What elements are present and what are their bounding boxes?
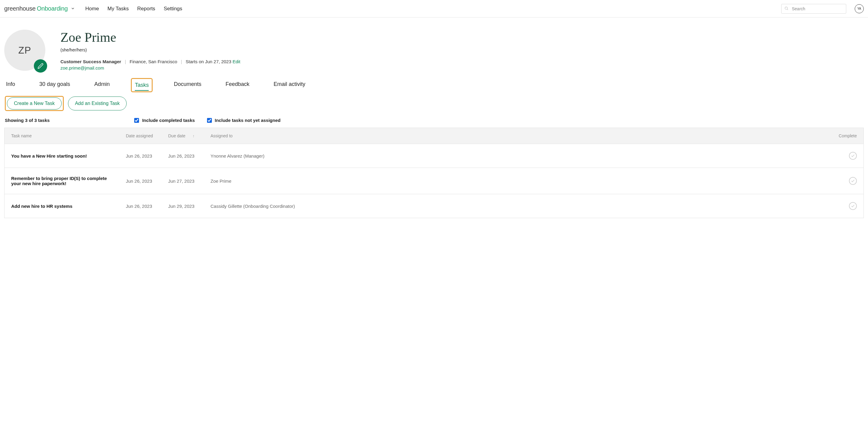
filter-row: Showing 3 of 3 tasks Include completed t… bbox=[4, 118, 864, 123]
tab-30-day-goals[interactable]: 30 day goals bbox=[39, 79, 70, 91]
profile-title: Customer Success Manager bbox=[60, 59, 121, 64]
include-completed-checkbox[interactable] bbox=[134, 118, 139, 123]
cell-task-name: You have a New Hire starting soon! bbox=[4, 144, 119, 168]
include-completed-group[interactable]: Include completed tasks bbox=[134, 118, 195, 123]
sort-ascending-icon: ↑ bbox=[192, 134, 194, 138]
logo-sub: Onboarding bbox=[37, 5, 68, 12]
highlight-tasks-tab: Tasks bbox=[131, 78, 153, 92]
profile-header: ZP Zoe Prime (she/her/hers) Customer Suc… bbox=[4, 30, 864, 71]
cell-task-name: Add new hire to HR systems bbox=[4, 194, 119, 218]
col-task-name[interactable]: Task name bbox=[4, 128, 119, 144]
include-unassigned-checkbox[interactable] bbox=[207, 118, 212, 123]
primary-nav: Home My Tasks Reports Settings bbox=[85, 6, 182, 12]
complete-toggle[interactable] bbox=[849, 152, 857, 160]
search-icon bbox=[784, 6, 788, 11]
cell-complete bbox=[831, 194, 864, 218]
avatar-wrap: ZP bbox=[4, 30, 45, 71]
tab-tasks[interactable]: Tasks bbox=[135, 80, 149, 90]
chevron-down-icon bbox=[71, 6, 75, 10]
check-icon bbox=[851, 204, 855, 208]
complete-toggle[interactable] bbox=[849, 202, 857, 210]
search-input[interactable] bbox=[781, 4, 846, 13]
check-icon bbox=[851, 179, 855, 183]
showing-count: Showing 3 of 3 tasks bbox=[5, 118, 50, 123]
col-assigned-to[interactable]: Assigned to bbox=[204, 128, 831, 144]
profile-start-date: Starts on Jun 27, 2023 bbox=[186, 59, 231, 64]
cell-due-date: Jun 26, 2023 bbox=[162, 144, 204, 168]
profile-tabs: Info 30 day goals Admin Tasks Documents … bbox=[4, 79, 864, 91]
cell-due-date: Jun 27, 2023 bbox=[162, 168, 204, 194]
current-user-avatar[interactable]: YA bbox=[855, 4, 864, 13]
include-unassigned-label: Include tasks not yet assigned bbox=[215, 118, 281, 123]
highlight-create-task: Create a New Task bbox=[5, 96, 64, 111]
logo[interactable]: greenhouse Onboarding bbox=[4, 5, 75, 12]
profile-email-link[interactable]: zoe.prime@jmail.com bbox=[60, 65, 104, 70]
search-box bbox=[781, 4, 846, 13]
complete-toggle[interactable] bbox=[849, 177, 857, 185]
tasks-table: Task name Date assigned Due date ↑ Assig… bbox=[4, 128, 864, 218]
svg-line-1 bbox=[787, 9, 788, 10]
tab-info[interactable]: Info bbox=[6, 79, 15, 91]
task-actions: Create a New Task Add an Existing Task bbox=[4, 96, 864, 110]
edit-start-date-link[interactable]: Edit bbox=[232, 59, 240, 64]
check-icon bbox=[851, 154, 855, 158]
tab-documents[interactable]: Documents bbox=[174, 79, 201, 91]
nav-reports[interactable]: Reports bbox=[137, 6, 155, 12]
include-unassigned-group[interactable]: Include tasks not yet assigned bbox=[207, 118, 281, 123]
table-row[interactable]: Add new hire to HR systems Jun 26, 2023 … bbox=[4, 194, 864, 218]
edit-avatar-button[interactable] bbox=[34, 59, 47, 72]
pencil-icon bbox=[37, 63, 43, 69]
profile-meta: Customer Success Manager | Finance, San … bbox=[60, 59, 240, 64]
col-complete[interactable]: Complete bbox=[831, 128, 864, 144]
meta-separator: | bbox=[125, 59, 126, 64]
nav-home[interactable]: Home bbox=[85, 6, 99, 12]
cell-complete bbox=[831, 144, 864, 168]
product-switcher-caret[interactable] bbox=[71, 6, 75, 10]
cell-date-assigned: Jun 26, 2023 bbox=[119, 144, 162, 168]
nav-settings[interactable]: Settings bbox=[164, 6, 182, 12]
table-row[interactable]: Remember to bring proper ID(S) to comple… bbox=[4, 168, 864, 194]
profile-info: Zoe Prime (she/her/hers) Customer Succes… bbox=[60, 30, 240, 70]
svg-point-0 bbox=[785, 7, 787, 9]
content: ZP Zoe Prime (she/her/hers) Customer Suc… bbox=[0, 18, 868, 218]
cell-assigned-to: Ynonne Alvarez (Manager) bbox=[204, 144, 831, 168]
profile-pronouns: (she/her/hers) bbox=[60, 48, 240, 52]
cell-complete bbox=[831, 168, 864, 194]
cell-date-assigned: Jun 26, 2023 bbox=[119, 168, 162, 194]
cell-task-name: Remember to bring proper ID(S) to comple… bbox=[4, 168, 119, 194]
tab-feedback[interactable]: Feedback bbox=[225, 79, 249, 91]
topbar: greenhouse Onboarding Home My Tasks Repo… bbox=[0, 0, 868, 18]
table-row[interactable]: You have a New Hire starting soon! Jun 2… bbox=[4, 144, 864, 168]
create-task-button[interactable]: Create a New Task bbox=[7, 97, 62, 110]
col-due-date-label: Due date bbox=[168, 134, 186, 138]
profile-dept-loc: Finance, San Francisco bbox=[130, 59, 178, 64]
cell-assigned-to: Cassidy Gillette (Onboarding Coordinator… bbox=[204, 194, 831, 218]
cell-date-assigned: Jun 26, 2023 bbox=[119, 194, 162, 218]
cell-due-date: Jun 29, 2023 bbox=[162, 194, 204, 218]
tab-admin[interactable]: Admin bbox=[94, 79, 110, 91]
cell-assigned-to: Zoe Prime bbox=[204, 168, 831, 194]
profile-name: Zoe Prime bbox=[60, 30, 240, 45]
include-completed-label: Include completed tasks bbox=[142, 118, 195, 123]
nav-my-tasks[interactable]: My Tasks bbox=[107, 6, 129, 12]
logo-main: greenhouse bbox=[4, 5, 36, 12]
add-existing-task-button[interactable]: Add an Existing Task bbox=[68, 96, 127, 110]
tab-email-activity[interactable]: Email activity bbox=[274, 79, 305, 91]
meta-separator: | bbox=[181, 59, 182, 64]
col-due-date[interactable]: Due date ↑ bbox=[162, 128, 204, 144]
col-date-assigned[interactable]: Date assigned bbox=[119, 128, 162, 144]
